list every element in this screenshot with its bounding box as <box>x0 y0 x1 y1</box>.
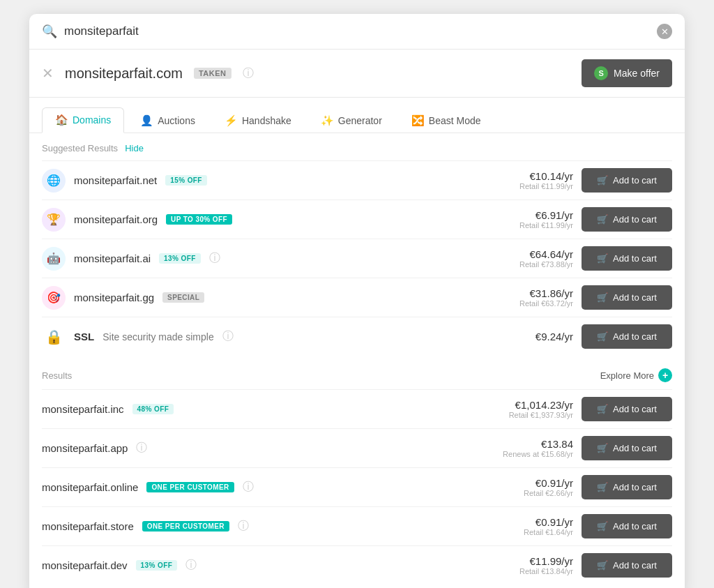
add-to-cart-button-store[interactable]: 🛒 Add to cart <box>582 514 672 538</box>
domain-price-store: €0.91/yr Retail €1.64/yr <box>489 516 573 536</box>
taken-badge: TAKEN <box>194 68 231 79</box>
results-title: Results <box>42 370 72 381</box>
ssl-row: 🔒 SSL Site security made simple ⓘ €9.24/… <box>42 317 672 356</box>
domain-name-online: monsiteparfait.online <box>42 481 138 493</box>
make-offer-button[interactable]: S Make offer <box>582 59 672 87</box>
price-retail-inc: Retail €1,937.93/yr <box>489 411 573 419</box>
suggested-header: Suggested Results Hide <box>42 133 672 160</box>
ssl-price-main: €9.24/yr <box>489 331 573 342</box>
add-to-cart-button-ai[interactable]: 🛒 Add to cart <box>582 246 672 271</box>
cart-icon-ssl: 🛒 <box>597 331 608 342</box>
net-icon: 🌐 <box>42 169 66 193</box>
price-retail-app: Renews at €15.68/yr <box>489 450 573 458</box>
price-main-gg: €31.86/yr <box>489 287 573 299</box>
cart-icon-ai: 🛒 <box>597 253 608 264</box>
tab-generator[interactable]: ✨ Generator <box>307 107 395 133</box>
tab-domains-label: Domains <box>73 114 111 126</box>
tab-generator-label: Generator <box>338 115 382 126</box>
discount-badge-store: ONE PER CUSTOMER <box>142 521 229 532</box>
tabs-bar: 🏠 Domains 👤 Auctions ⚡ Handshake ✨ Gener… <box>29 98 685 133</box>
discount-badge-online: ONE PER CUSTOMER <box>146 482 234 492</box>
domain-name-dev: monsiteparfait.dev <box>42 559 128 571</box>
discount-badge-ai: 13% OFF <box>159 253 201 264</box>
add-to-cart-button-dev[interactable]: 🛒 Add to cart <box>582 553 672 578</box>
domain-name-net: monsiteparfait.net <box>74 174 157 186</box>
add-to-cart-button-inc[interactable]: 🛒 Add to cart <box>582 397 672 421</box>
price-main-ai: €64.64/yr <box>489 248 573 260</box>
add-to-cart-button-ssl[interactable]: 🛒 Add to cart <box>582 324 672 349</box>
tab-beast-mode-label: Beast Mode <box>429 115 481 126</box>
explore-plus-icon: + <box>658 368 672 382</box>
beast-mode-tab-icon: 🔀 <box>411 114 425 127</box>
suggested-title: Suggested Results <box>42 143 118 153</box>
list-item: 🌐 monsiteparfait.net 15% OFF €10.14/yr R… <box>42 160 672 199</box>
price-retail-dev: Retail €13.84/yr <box>489 567 573 575</box>
tab-auctions[interactable]: 👤 Auctions <box>127 107 208 133</box>
list-item: 🎯 monsiteparfait.gg SPECIAL €31.86/yr Re… <box>42 278 672 317</box>
auctions-tab-icon: 👤 <box>140 114 153 127</box>
search-icon: 🔍 <box>42 24 57 39</box>
make-offer-label: Make offer <box>614 68 660 79</box>
app-info-icon[interactable]: ⓘ <box>136 441 147 455</box>
price-retail-ai: Retail €73.88/yr <box>489 260 573 269</box>
price-main-dev: €11.99/yr <box>489 555 573 567</box>
add-cart-label-store: Add to cart <box>613 521 657 532</box>
online-info-icon[interactable]: ⓘ <box>243 480 254 495</box>
price-main-store: €0.91/yr <box>489 516 573 528</box>
list-item: monsiteparfait.dev 13% OFF ⓘ €11.99/yr R… <box>42 545 672 585</box>
hide-link[interactable]: Hide <box>125 143 144 153</box>
domain-price-dev: €11.99/yr Retail €13.84/yr <box>489 555 573 575</box>
list-item: monsiteparfait.store ONE PER CUSTOMER ⓘ … <box>42 506 672 545</box>
cart-icon-net: 🛒 <box>597 175 608 186</box>
cart-icon-gg: 🛒 <box>597 292 608 303</box>
explore-more-button[interactable]: Explore More + <box>600 368 672 382</box>
add-to-cart-button-online[interactable]: 🛒 Add to cart <box>582 475 672 499</box>
domain-name-ai: monsiteparfait.ai <box>74 252 151 264</box>
search-input[interactable] <box>64 24 650 38</box>
price-main-org: €6.91/yr <box>489 209 573 221</box>
cart-icon-inc: 🛒 <box>597 404 608 414</box>
domain-price-gg: €31.86/yr Retail €63.72/yr <box>489 287 573 308</box>
domain-name-inc: monsiteparfait.inc <box>42 403 124 415</box>
list-item: 🏆 monsiteparfait.org UP TO 30% OFF €6.91… <box>42 199 672 239</box>
add-to-cart-button-org[interactable]: 🛒 Add to cart <box>582 207 672 232</box>
ai-info-icon[interactable]: ⓘ <box>209 251 220 266</box>
clear-button[interactable]: ✕ <box>657 24 672 39</box>
add-cart-label-dev: Add to cart <box>613 560 657 571</box>
add-to-cart-button-net[interactable]: 🛒 Add to cart <box>582 168 672 193</box>
cart-icon-app: 🛒 <box>597 443 608 453</box>
tab-beast-mode[interactable]: 🔀 Beast Mode <box>398 107 494 133</box>
discount-badge-dev: 13% OFF <box>136 560 178 571</box>
dev-info-icon[interactable]: ⓘ <box>185 558 197 573</box>
tab-auctions-label: Auctions <box>158 115 195 126</box>
cart-icon-org: 🛒 <box>597 214 608 225</box>
price-retail-net: Retail €11.99/yr <box>489 182 573 190</box>
price-retail-store: Retail €1.64/yr <box>489 528 573 536</box>
list-item: monsiteparfait.inc 48% OFF €1,014.23/yr … <box>42 389 672 428</box>
search-bar: 🔍 ✕ <box>29 14 685 50</box>
domain-price-net: €10.14/yr Retail €11.99/yr <box>489 170 573 190</box>
ssl-info-icon[interactable]: ⓘ <box>222 329 234 344</box>
store-info-icon[interactable]: ⓘ <box>238 519 249 534</box>
list-item: monsiteparfait.app ⓘ €13.84 Renews at €1… <box>42 428 672 467</box>
tab-handshake[interactable]: ⚡ Handshake <box>211 107 305 133</box>
add-to-cart-button-gg[interactable]: 🛒 Add to cart <box>582 285 672 310</box>
price-main-net: €10.14/yr <box>489 170 573 182</box>
add-cart-label-org: Add to cart <box>613 214 657 225</box>
ssl-desc: Site security made simple <box>102 331 214 342</box>
cart-icon-dev: 🛒 <box>597 560 608 571</box>
taken-info-icon[interactable]: ⓘ <box>243 66 254 81</box>
price-main-inc: €1,014.23/yr <box>489 399 573 411</box>
results-section: Results Explore More + monsiteparfait.in… <box>29 356 685 585</box>
explore-more-label: Explore More <box>600 370 654 381</box>
tab-domains[interactable]: 🏠 Domains <box>42 107 124 133</box>
discount-badge-net: 15% OFF <box>165 175 207 186</box>
add-to-cart-button-app[interactable]: 🛒 Add to cart <box>582 436 672 460</box>
discount-badge-org: UP TO 30% OFF <box>166 214 232 225</box>
org-icon: 🏆 <box>42 208 66 232</box>
cart-icon-online: 🛒 <box>597 482 608 492</box>
tab-handshake-label: Handshake <box>242 115 291 126</box>
add-cart-label-app: Add to cart <box>613 443 657 453</box>
gg-icon: 🎯 <box>42 286 66 310</box>
generator-tab-icon: ✨ <box>321 114 334 127</box>
